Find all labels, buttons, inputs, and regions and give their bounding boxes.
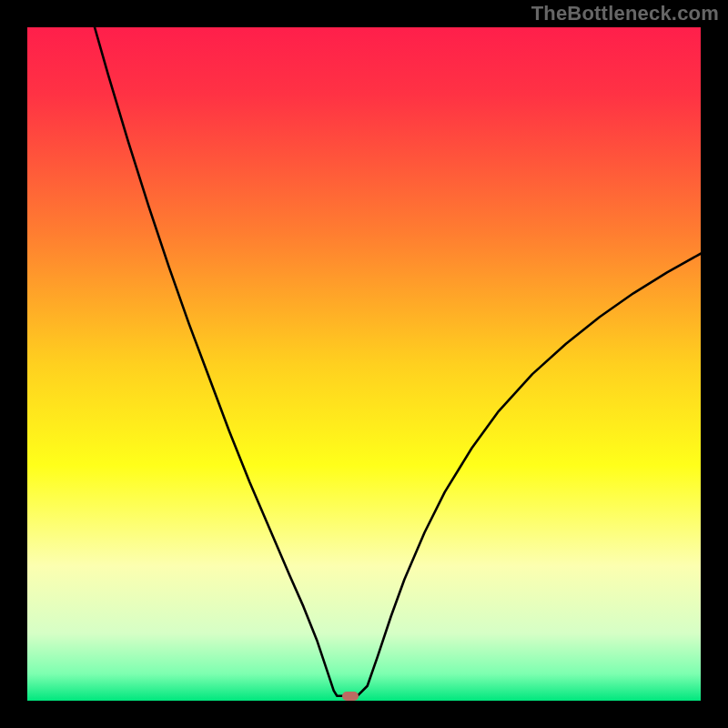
chart-background [27, 27, 701, 701]
plot-area [27, 27, 701, 701]
watermark-text: TheBottleneck.com [531, 2, 719, 25]
bottleneck-marker [342, 692, 359, 701]
chart-svg [27, 27, 701, 701]
chart-frame: TheBottleneck.com [0, 0, 728, 728]
